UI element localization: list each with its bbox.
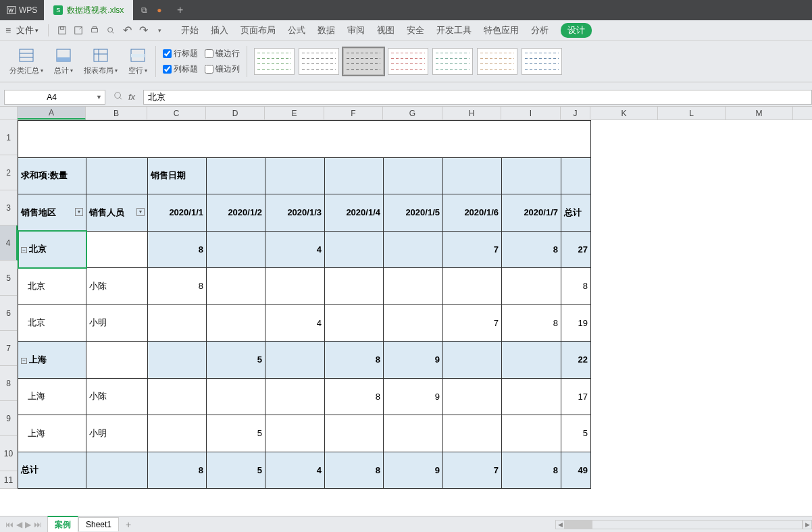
col-header-A[interactable]: A (18, 107, 86, 119)
cell-A6[interactable]: 北京 (18, 304, 86, 342)
row-header-7[interactable]: 7 (0, 331, 18, 366)
row-header-3[interactable]: 3 (0, 190, 18, 225)
sheet-tab-2[interactable]: Sheet1 (78, 517, 119, 531)
col-header-C[interactable]: C (147, 107, 206, 119)
cell-A9[interactable]: 上海 (18, 415, 86, 452)
tab-layout[interactable]: 页面布局 (240, 24, 276, 36)
cells[interactable]: 求和项:数量 销售日期 销售地区▼ 销售人员▼ 2020/1/1 2020/1/… (18, 120, 591, 489)
cell-total-label[interactable]: 总计 (561, 194, 591, 232)
horizontal-scrollbar[interactable]: ◀ ▶ (555, 520, 812, 529)
style-thumb-1[interactable] (254, 48, 295, 75)
style-thumb-2[interactable] (299, 48, 339, 75)
cell-date-6[interactable]: 2020/1/6 (443, 194, 502, 232)
style-thumb-7[interactable] (522, 48, 562, 75)
cell-C4[interactable]: 8 (148, 231, 207, 268)
namebox-dropdown-icon[interactable]: ▼ (96, 94, 102, 101)
row-header-4[interactable]: 4 (0, 225, 18, 261)
cell-date-5[interactable]: 2020/1/5 (384, 194, 443, 232)
sheet-nav-next-icon[interactable]: ▶ (25, 520, 31, 529)
save-icon[interactable] (55, 24, 69, 37)
row-header-1[interactable]: 1 (0, 120, 18, 155)
subtotals-button[interactable]: 分类汇总▾ (4, 45, 49, 77)
tab-data[interactable]: 数据 (318, 24, 335, 36)
cell-date-4[interactable]: 2020/1/4 (325, 194, 384, 232)
tab-review[interactable]: 审阅 (347, 24, 365, 36)
tab-security[interactable]: 安全 (407, 24, 424, 36)
tab-analyze[interactable]: 分析 (531, 24, 549, 36)
cell-A7[interactable]: −上海 (18, 342, 86, 379)
cell-B5[interactable]: 小陈 (86, 268, 148, 305)
fx-icon[interactable]: fx (128, 92, 135, 102)
collapse-icon[interactable]: − (21, 358, 27, 364)
region-filter-icon[interactable]: ▼ (75, 208, 83, 216)
cell-date-1[interactable]: 2020/1/1 (148, 194, 207, 232)
collapse-icon[interactable]: − (21, 247, 27, 253)
cell-B9[interactable]: 小明 (86, 415, 148, 452)
banded-rows-checkbox[interactable]: 镶边行 (205, 48, 240, 59)
cell-date-7[interactable]: 2020/1/7 (502, 194, 561, 232)
cell-A8[interactable]: 上海 (18, 378, 86, 415)
col-headers-checkbox[interactable]: 列标题 (163, 63, 198, 75)
style-thumb-4[interactable] (388, 48, 428, 75)
file-menu[interactable]: 文件 ▾ (14, 23, 41, 38)
row-header-6[interactable]: 6 (0, 296, 18, 331)
row-header-10[interactable]: 10 (0, 436, 18, 471)
col-header-M[interactable]: M (726, 107, 793, 119)
print-icon[interactable] (88, 24, 101, 37)
tab-start[interactable]: 开始 (181, 24, 199, 36)
cell-person-label[interactable]: 销售人员▼ (86, 194, 148, 232)
row-header-8[interactable]: 8 (0, 366, 18, 401)
col-header-D[interactable]: D (206, 107, 265, 119)
sheet-nav-first-icon[interactable]: ⏮ (5, 520, 14, 529)
add-sheet-button[interactable]: + (119, 519, 138, 530)
tab-devtools[interactable]: 开发工具 (436, 24, 472, 36)
tab-view[interactable]: 视图 (377, 24, 395, 36)
cell-region-label[interactable]: 销售地区▼ (18, 194, 86, 232)
col-header-G[interactable]: G (383, 107, 442, 119)
row-header-11[interactable]: 11 (0, 471, 18, 489)
grandtotals-button[interactable]: 总计▾ (49, 45, 78, 77)
spreadsheet-grid[interactable]: A B C D E F G H I J K L M 1 2 3 4 5 6 7 … (0, 107, 812, 516)
formula-input[interactable]: 北京 (143, 90, 812, 105)
cancel-icon[interactable] (113, 91, 123, 103)
sheet-nav-prev-icon[interactable]: ◀ (16, 520, 22, 529)
banded-cols-checkbox[interactable]: 镶边列 (205, 63, 240, 75)
col-header-H[interactable]: H (442, 107, 501, 119)
cell-date-3[interactable]: 2020/1/3 (265, 194, 325, 232)
name-box[interactable]: A4 ▼ (4, 90, 105, 105)
style-thumb-3[interactable] (343, 48, 384, 75)
row-header-2[interactable]: 2 (0, 155, 18, 190)
reportlayout-button[interactable]: 报表布局▾ (78, 45, 123, 77)
cell-measure[interactable]: 求和项:数量 (18, 157, 86, 194)
save-as-icon[interactable] (72, 24, 85, 37)
col-header-L[interactable]: L (658, 107, 726, 119)
qat-dropdown-icon[interactable]: ▾ (153, 24, 166, 37)
col-header-E[interactable]: E (265, 107, 324, 119)
hamburger-icon[interactable]: ≡ (5, 25, 11, 36)
scroll-thumb[interactable] (565, 521, 592, 529)
cell-date-2[interactable]: 2020/1/2 (207, 194, 265, 232)
new-tab-button[interactable]: + (170, 0, 191, 20)
style-thumb-6[interactable] (477, 48, 517, 75)
tab-design[interactable]: 设计 (561, 23, 592, 38)
col-header-B[interactable]: B (86, 107, 147, 119)
tab-formula[interactable]: 公式 (288, 24, 305, 36)
cell-date-label[interactable]: 销售日期 (148, 157, 207, 194)
col-header-I[interactable]: I (501, 107, 561, 119)
redo-icon[interactable]: ↷ (136, 24, 150, 37)
cell-A5[interactable]: 北京 (18, 268, 86, 305)
tab-icon-dup[interactable]: ⧉ (141, 5, 147, 15)
row-header-9[interactable]: 9 (0, 401, 18, 436)
document-tab[interactable]: S 数据透视表.xlsx (44, 0, 133, 20)
cell-B8[interactable]: 小陈 (86, 378, 148, 415)
scroll-left-icon[interactable]: ◀ (555, 520, 565, 529)
wps-home-button[interactable]: WPS (0, 0, 44, 20)
person-filter-icon[interactable]: ▼ (136, 208, 145, 216)
col-header-J[interactable]: J (561, 107, 590, 119)
tab-insert[interactable]: 插入 (211, 24, 228, 36)
col-header-F[interactable]: F (324, 107, 383, 119)
row-headers-checkbox[interactable]: 行标题 (163, 48, 198, 59)
tab-featured[interactable]: 特色应用 (484, 24, 519, 36)
sheet-tab-1[interactable]: 案例 (47, 516, 78, 533)
style-thumb-5[interactable] (432, 48, 473, 75)
